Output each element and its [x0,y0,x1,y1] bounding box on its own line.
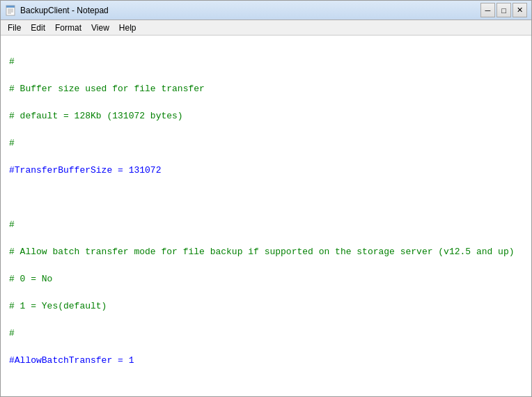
menu-file[interactable]: File [3,22,25,34]
notepad-window: BackupClient - Notepad ─ □ ✕ File Edit F… [0,0,532,397]
editor-line: # Buffer size used for file transfer [9,82,523,96]
maximize-button[interactable]: □ [496,3,511,17]
menu-view[interactable]: View [87,22,114,34]
editor-line: # [9,218,523,232]
menu-bar: File Edit Format View Help [1,20,531,36]
window-controls: ─ □ ✕ [480,3,527,17]
menu-format[interactable]: Format [51,22,86,34]
window-title: BackupClient - Notepad [20,6,476,15]
editor-line: # [9,55,523,69]
editor-line: # default = 128Kb (131072 bytes) [9,109,523,123]
svg-rect-1 [6,6,15,8]
editor-line: # 0 = No [9,272,523,286]
editor-line: # Allow batch transfer mode for file bac… [9,245,523,259]
menu-edit[interactable]: Edit [26,22,49,34]
text-editor[interactable]: # # Buffer size used for file transfer #… [1,36,531,396]
title-bar: BackupClient - Notepad ─ □ ✕ [1,1,531,20]
close-button[interactable]: ✕ [513,3,527,17]
editor-line: #AllowBatchTransfer = 1 [9,354,523,368]
minimize-button[interactable]: ─ [480,3,495,17]
menu-help[interactable]: Help [115,22,141,34]
editor-line: # [9,327,523,341]
app-icon [5,5,16,16]
editor-line: #TransferBufferSize = 131072 [9,164,523,178]
editor-line: # 1 = Yes(default) [9,299,523,313]
editor-line: # [9,137,523,150]
